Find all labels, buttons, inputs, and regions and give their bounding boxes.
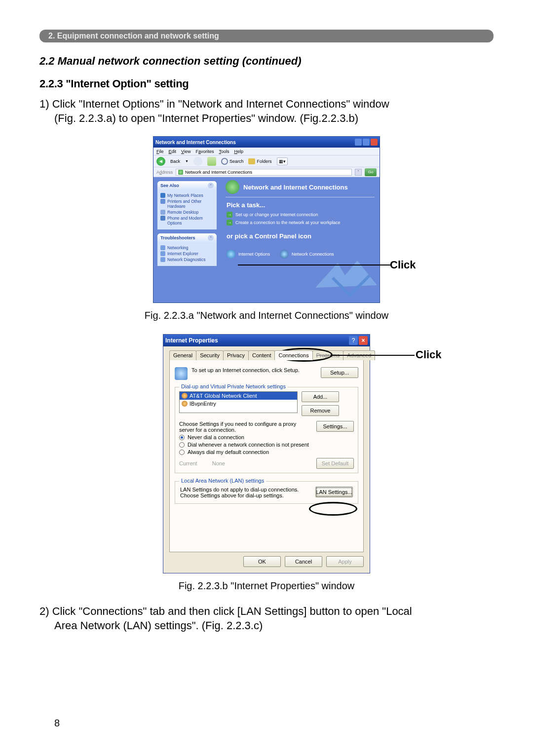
sidebar-item-networking[interactable]: Networking	[160, 245, 214, 250]
network-icon	[226, 180, 239, 194]
sidebar-item-netdiag[interactable]: Network Diagnostics	[160, 257, 214, 262]
go-button[interactable]: Go	[365, 168, 377, 176]
cancel-button[interactable]: Cancel	[285, 556, 322, 567]
address-field[interactable]: Network and Internet Connections	[176, 169, 352, 176]
collapse-icon[interactable]: ˆ	[208, 235, 214, 241]
menu-favorites[interactable]: Favorites	[195, 149, 214, 154]
connections-list[interactable]: AT&T Global Network Client IBvpnEntry	[179, 391, 298, 413]
annotation-line	[331, 355, 415, 356]
sidebar-item-ie[interactable]: Internet Explorer	[160, 251, 214, 256]
page-number: 8	[54, 718, 60, 729]
xp-titlebar: Network and Internet Connections	[153, 137, 380, 148]
ip-window: Internet Properties ? × General Security…	[163, 334, 370, 573]
set-default-button: Set Default	[316, 458, 354, 469]
close-icon[interactable]	[371, 139, 378, 146]
tasks-section: Pick a task... → Set up or change your I…	[221, 197, 380, 247]
panel-title-troubleshooters: Troubleshooters	[160, 235, 195, 240]
radio-always-dial[interactable]: Always dial my default connection	[179, 449, 354, 455]
tab-connections[interactable]: Connections	[274, 350, 312, 360]
address-value: Network and Internet Connections	[185, 170, 252, 175]
step2-line2: Area Network (LAN) settings". (Fig. 2.2.…	[39, 619, 494, 633]
help-icon[interactable]: ?	[349, 336, 358, 345]
back-label[interactable]: Back	[170, 159, 180, 164]
lan-text: LAN Settings do not apply to dial-up con…	[180, 487, 311, 498]
sidebar-panel-see-also: See Also ˆ My Network Places Printers an…	[157, 181, 217, 229]
xp-sidebar: See Also ˆ My Network Places Printers an…	[153, 177, 221, 302]
radio-dial-whenever[interactable]: Dial whenever a network connection is no…	[179, 442, 354, 448]
arrow-icon: →	[227, 212, 232, 218]
collapse-icon[interactable]: ˆ	[208, 183, 214, 189]
step2-text: 2) Click "Connections" tab and then clic…	[39, 605, 494, 633]
sidebar-item-printers[interactable]: Printers and Other Hardware	[160, 199, 214, 209]
menu-file[interactable]: File	[156, 149, 164, 154]
annotation-line	[238, 265, 391, 265]
list-item[interactable]: AT&T Global Network Client	[180, 392, 297, 400]
sidebar-item-my-network-places[interactable]: My Network Places	[160, 193, 214, 198]
up-button[interactable]	[207, 157, 216, 166]
arrow-icon: →	[227, 220, 232, 226]
lan-settings-button[interactable]: LAN Settings...	[315, 487, 353, 497]
tab-privacy[interactable]: Privacy	[223, 350, 249, 360]
folder-icon	[248, 158, 255, 164]
radio-never-dial[interactable]: Never dial a connection	[179, 434, 354, 440]
folders-button[interactable]: Folders	[248, 158, 271, 164]
add-button[interactable]: Add...	[302, 391, 339, 402]
search-icon	[221, 158, 228, 165]
dialog-buttons: OK Cancel Apply	[169, 552, 364, 568]
views-button[interactable]: ▦▾	[277, 157, 288, 165]
list-item[interactable]: IBvpnEntry	[180, 400, 297, 408]
close-icon[interactable]: ×	[359, 336, 368, 345]
setup-button[interactable]: Setup...	[321, 367, 358, 378]
chapter-bar-text: 2. Equipment connection and network sett…	[48, 32, 219, 40]
watermark-image	[310, 248, 380, 302]
category-title: Network and Internet Connections	[243, 184, 348, 191]
ip-tab-panel: To set up an Internet connection, click …	[169, 360, 364, 552]
menu-edit[interactable]: Edit	[169, 149, 177, 154]
tab-content[interactable]: Content	[248, 350, 275, 360]
sidebar-item-phone-modem[interactable]: Phone and Modem Options	[160, 216, 214, 226]
menu-view[interactable]: View	[181, 149, 190, 154]
current-value: None	[212, 460, 302, 466]
xp-content: Network and Internet Connections Pick a …	[221, 177, 380, 302]
task-setup-connection[interactable]: → Set up or change your Internet connect…	[227, 212, 374, 218]
ip-body: General Security Privacy Content Connect…	[163, 346, 370, 573]
setup-text: To set up an Internet connection, click …	[191, 367, 317, 373]
tab-general[interactable]: General	[169, 350, 196, 360]
search-button[interactable]: Search	[221, 158, 244, 165]
xp-window-title: Network and Internet Connections	[155, 140, 236, 145]
ip-titlebar: Internet Properties ? ×	[163, 335, 370, 346]
subsection-title: 2.2.3 "Internet Option" setting	[39, 77, 494, 90]
remove-button[interactable]: Remove	[302, 405, 339, 416]
dialup-frame-title: Dial-up and Virtual Private Network sett…	[179, 383, 288, 389]
menu-tools[interactable]: Tools	[219, 149, 229, 154]
caption-b: Fig. 2.2.3.b "Internet Properties" windo…	[39, 580, 494, 592]
sidebar-panel-troubleshooters: Troubleshooters ˆ Networking Internet Ex…	[157, 233, 217, 266]
click-label-a: Click	[390, 259, 416, 271]
figure-b-container: Internet Properties ? × General Security…	[163, 334, 370, 573]
minimize-icon[interactable]	[355, 139, 362, 146]
forward-button[interactable]	[193, 157, 202, 166]
address-dropdown-icon[interactable]: ˅	[355, 169, 362, 176]
cp-internet-options[interactable]: Internet Options	[227, 250, 270, 259]
back-button[interactable]: ◄	[156, 157, 165, 166]
ok-button[interactable]: OK	[243, 556, 281, 567]
tab-security[interactable]: Security	[196, 350, 224, 360]
apply-button: Apply	[326, 556, 364, 567]
section-title: 2.2 Manual network connection setting (c…	[39, 55, 494, 68]
network-connections-icon	[280, 250, 289, 259]
address-icon	[178, 170, 183, 175]
xp-window: Network and Internet Connections File Ed…	[153, 136, 380, 303]
panel-see-also-body: My Network Places Printers and Other Har…	[157, 190, 217, 229]
back-dropdown-icon[interactable]: ▼	[185, 159, 189, 163]
annotation-oval-lan	[309, 502, 357, 516]
search-label: Search	[229, 159, 244, 164]
or-pick-title: or pick a Control Panel icon	[227, 232, 374, 240]
task-create-connection[interactable]: → Create a connection to the network at …	[227, 220, 374, 226]
folders-label: Folders	[257, 159, 271, 164]
category-header: Network and Internet Connections	[221, 177, 380, 197]
sidebar-item-remote-desktop[interactable]: Remote Desktop	[160, 210, 214, 215]
current-label: Current	[179, 460, 197, 466]
settings-button[interactable]: Settings...	[316, 421, 354, 432]
maximize-icon[interactable]	[363, 139, 370, 146]
menu-help[interactable]: Help	[234, 149, 243, 154]
